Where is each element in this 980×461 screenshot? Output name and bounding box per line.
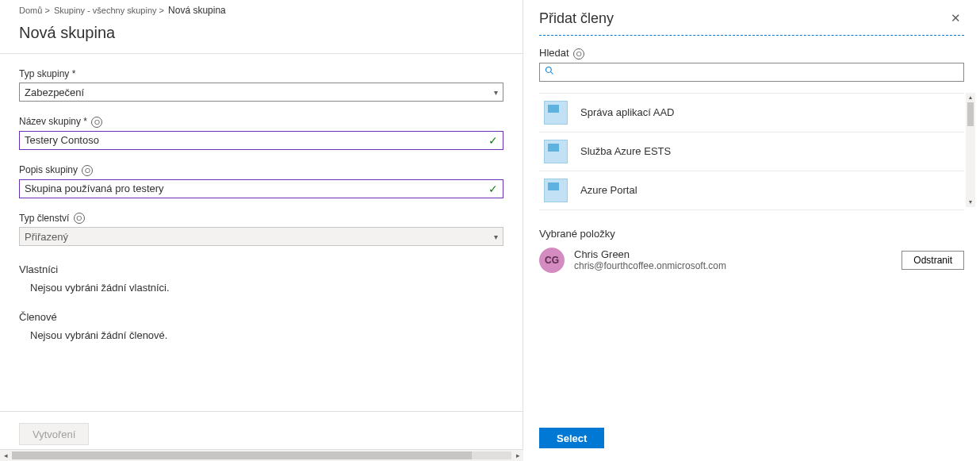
result-name: Správa aplikací AAD xyxy=(580,106,675,118)
members-empty-text: Nejsou vybráni žádní členové. xyxy=(19,323,503,341)
group-name-label: Název skupiny * O xyxy=(19,116,503,128)
form-area: Typ skupiny * Zabezpečení ▾ Název skupin… xyxy=(0,53,523,341)
chevron-down-icon: ▾ xyxy=(494,232,498,241)
group-type-select[interactable]: Zabezpečení ▾ xyxy=(19,83,503,102)
selected-item: CG Chris Green chris@fourthcoffee.onmicr… xyxy=(539,240,964,281)
result-item[interactable]: Správa aplikací AAD xyxy=(539,93,964,133)
owners-empty-text: Nejsou vybráni žádní vlastníci. xyxy=(19,275,503,294)
search-results: Správa aplikací AAD Služba Azure ESTS Az… xyxy=(539,93,964,210)
group-name-input[interactable]: Testery Contoso ✓ xyxy=(19,131,503,150)
group-type-label: Typ skupiny * xyxy=(19,68,503,79)
remove-button[interactable]: Odstranit xyxy=(902,251,964,270)
check-icon: ✓ xyxy=(488,134,498,147)
create-button[interactable]: Vytvoření xyxy=(19,423,89,445)
info-icon[interactable]: O xyxy=(74,213,85,224)
breadcrumb: Domů > Skupiny - všechny skupiny > Nová … xyxy=(0,0,523,19)
result-name: Služba Azure ESTS xyxy=(580,145,671,157)
breadcrumb-home[interactable]: Domů > xyxy=(19,6,50,15)
info-icon[interactable]: O xyxy=(573,48,584,60)
group-desc-input[interactable]: Skupina používaná pro testery ✓ xyxy=(19,179,503,198)
check-icon: ✓ xyxy=(488,182,498,195)
scroll-thumb[interactable] xyxy=(12,451,472,459)
search-label: Hledat O xyxy=(539,47,964,60)
membership-type-value: Přiřazený xyxy=(25,231,68,243)
group-name-value: Testery Contoso xyxy=(25,134,99,146)
info-icon[interactable]: O xyxy=(82,165,93,176)
result-item[interactable]: Azure Portal xyxy=(539,171,964,210)
horizontal-scrollbar[interactable]: ◂ ▸ xyxy=(0,449,523,461)
form-footer: Vytvoření xyxy=(0,411,523,445)
result-name: Azure Portal xyxy=(580,184,637,196)
scroll-track[interactable] xyxy=(12,451,511,459)
members-header: Členové xyxy=(19,311,503,323)
selected-item-email: chris@fourthcoffee.onmicrosoft.com xyxy=(574,260,902,271)
app-icon xyxy=(544,140,568,163)
group-name-label-text: Název skupiny * xyxy=(19,116,87,127)
close-icon[interactable]: ✕ xyxy=(947,10,964,27)
select-button[interactable]: Select xyxy=(539,428,604,448)
info-icon[interactable]: O xyxy=(91,117,102,128)
group-type-value: Zabezpečení xyxy=(25,86,84,98)
scroll-left-icon[interactable]: ◂ xyxy=(0,451,11,459)
breadcrumb-current: Nová skupina xyxy=(168,5,226,16)
group-desc-label-text: Popis skupiny xyxy=(19,164,78,175)
search-icon xyxy=(545,66,554,78)
group-desc-label: Popis skupiny O xyxy=(19,164,503,176)
vertical-scrollbar[interactable]: ▴ ▾ xyxy=(966,93,975,207)
search-label-text: Hledat xyxy=(539,47,569,59)
svg-line-1 xyxy=(551,72,553,75)
breadcrumb-groups[interactable]: Skupiny - všechny skupiny > xyxy=(54,6,164,15)
app-icon xyxy=(544,101,568,125)
membership-type-label: Typ členství O xyxy=(19,213,503,225)
selected-item-name: Chris Green xyxy=(574,248,902,260)
owners-header: Vlastníci xyxy=(19,263,503,275)
page-title: Nová skupina xyxy=(0,19,523,53)
new-group-blade: Domů > Skupiny - všechny skupiny > Nová … xyxy=(0,0,523,461)
group-desc-value: Skupina používaná pro testery xyxy=(25,182,164,194)
svg-point-0 xyxy=(546,67,552,73)
chevron-down-icon: ▾ xyxy=(494,88,498,97)
scroll-thumb[interactable] xyxy=(967,102,974,126)
scroll-up-icon[interactable]: ▴ xyxy=(966,93,975,102)
app-icon xyxy=(544,179,568,202)
selected-item-text: Chris Green chris@fourthcoffee.onmicroso… xyxy=(574,248,902,271)
panel-title: Přidat členy xyxy=(539,10,614,27)
search-input[interactable] xyxy=(539,63,964,82)
panel-header: Přidat členy ✕ xyxy=(539,0,964,35)
add-members-panel: Přidat členy ✕ Hledat O Správa aplikací … xyxy=(523,0,980,461)
panel-footer: Select xyxy=(539,428,604,448)
scroll-down-icon[interactable]: ▾ xyxy=(966,198,975,207)
selected-items-label: Vybrané položky xyxy=(539,228,964,240)
membership-type-label-text: Typ členství xyxy=(19,213,69,224)
result-item[interactable]: Služba Azure ESTS xyxy=(539,133,964,171)
avatar: CG xyxy=(539,248,565,273)
group-type-label-text: Typ skupiny * xyxy=(19,68,75,79)
membership-type-select[interactable]: Přiřazený ▾ xyxy=(19,227,503,246)
scroll-right-icon[interactable]: ▸ xyxy=(512,451,523,459)
panel-separator xyxy=(539,35,964,36)
